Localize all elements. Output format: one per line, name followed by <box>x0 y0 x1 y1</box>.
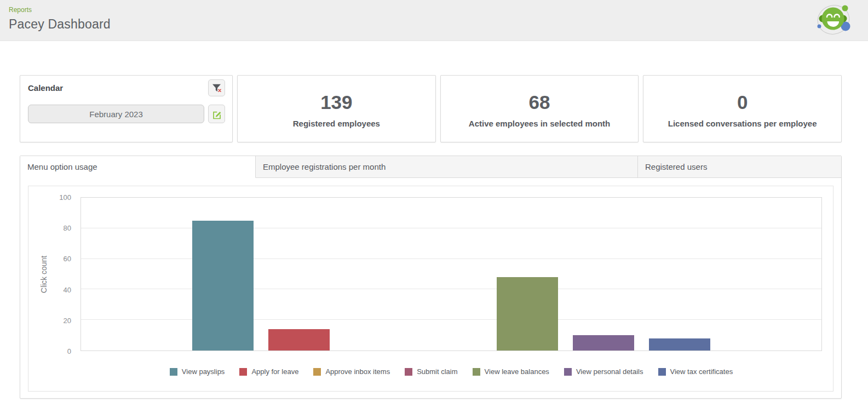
stat-value: 0 <box>737 91 748 113</box>
legend-swatch <box>405 368 412 376</box>
reports-tab-card: Menu option usage Employee registrations… <box>20 156 842 399</box>
stat-label: Registered employees <box>293 119 380 128</box>
legend-item-approve-inbox-items[interactable]: Approve inbox items <box>313 367 390 376</box>
legend-swatch <box>170 368 177 376</box>
plot-area <box>81 197 822 351</box>
pacey-logo-icon <box>813 1 853 39</box>
legend-item-view-tax-certificates[interactable]: View tax certificates <box>658 367 733 376</box>
legend-swatch <box>239 368 247 376</box>
page-title: Pacey Dashboard <box>9 17 868 32</box>
stat-value: 68 <box>529 91 550 113</box>
legend-label: View tax certificates <box>670 367 733 376</box>
clear-filter-button[interactable] <box>208 79 225 96</box>
y-tick-label: 80 <box>64 224 71 232</box>
filter-remove-icon <box>211 83 222 93</box>
tab-employee-registrations[interactable]: Employee registrations per month <box>256 156 638 178</box>
y-axis-ticks: 020406080100 <box>28 197 77 351</box>
menu-option-usage-chart: Click count 020406080100 View payslipsAp… <box>28 186 833 392</box>
edit-calendar-button[interactable] <box>208 105 225 123</box>
tab-strip: Menu option usage Employee registrations… <box>20 156 841 178</box>
legend-swatch <box>658 368 666 376</box>
calendar-filter-card: Calendar <box>20 75 233 142</box>
legend-label: View payslips <box>182 367 225 376</box>
y-tick-label: 20 <box>64 316 71 324</box>
legend-label: Submit claim <box>417 367 457 376</box>
stat-card-registered-employees: 139 Registered employees <box>237 75 436 142</box>
y-tick-label: 100 <box>59 193 71 202</box>
chart-legend: View payslipsApply for leaveApprove inbo… <box>81 367 822 376</box>
edit-pencil-icon <box>211 109 222 119</box>
stat-value: 139 <box>320 91 352 113</box>
stat-card-licensed-conversations: 0 Licensed conversations per employee <box>643 75 842 142</box>
legend-label: View personal details <box>576 367 643 376</box>
stat-card-active-employees: 68 Active employees in selected month <box>440 75 639 142</box>
tab-registered-users[interactable]: Registered users <box>638 156 841 178</box>
app-header: Reports Pacey Dashboard <box>0 0 868 41</box>
legend-label: Approve inbox items <box>325 367 390 376</box>
legend-item-apply-for-leave[interactable]: Apply for leave <box>239 367 298 376</box>
stat-label: Licensed conversations per employee <box>668 119 817 128</box>
stat-label: Active employees in selected month <box>469 119 610 128</box>
tab-menu-option-usage[interactable]: Menu option usage <box>20 156 256 178</box>
y-tick-label: 40 <box>64 285 71 294</box>
y-tick-label: 60 <box>64 255 71 263</box>
bar-view-personal-details[interactable] <box>573 335 634 350</box>
legend-item-submit-claim[interactable]: Submit claim <box>405 367 457 376</box>
bar-view-tax-certificates[interactable] <box>649 338 710 350</box>
legend-swatch <box>564 368 572 376</box>
legend-label: Apply for leave <box>251 367 298 376</box>
calendar-label: Calendar <box>28 83 225 93</box>
legend-item-view-payslips[interactable]: View payslips <box>170 367 225 376</box>
legend-item-view-leave-balances[interactable]: View leave balances <box>473 367 549 376</box>
calendar-month-input[interactable] <box>28 105 204 123</box>
y-tick-label: 0 <box>67 347 71 355</box>
summary-cards-row: Calendar 139 Registered employees 68 Ac <box>20 75 842 142</box>
bar-apply-for-leave[interactable] <box>268 329 330 350</box>
main-content: Calendar 139 Registered employees 68 Ac <box>0 41 868 399</box>
legend-swatch <box>473 368 480 376</box>
bar-view-payslips[interactable] <box>192 221 254 350</box>
legend-item-view-personal-details[interactable]: View personal details <box>564 367 643 376</box>
legend-label: View leave balances <box>485 367 549 376</box>
breadcrumb[interactable]: Reports <box>9 6 868 14</box>
legend-swatch <box>313 368 321 376</box>
bar-view-leave-balances[interactable] <box>497 277 558 350</box>
tab-card-body: Click count 020406080100 View payslipsAp… <box>20 178 841 399</box>
